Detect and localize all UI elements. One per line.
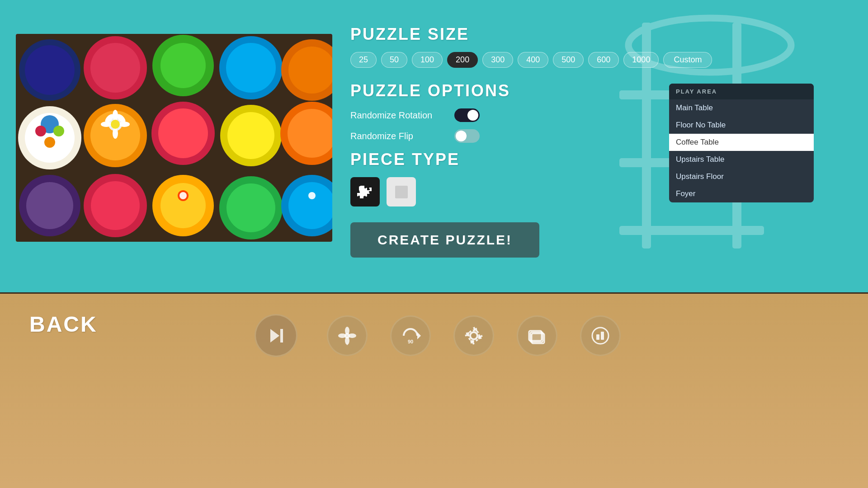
svg-text:90: 90 xyxy=(407,339,413,344)
svg-text:↕: ↕ xyxy=(346,341,348,346)
svg-point-39 xyxy=(226,183,275,232)
svg-point-44 xyxy=(113,128,118,139)
size-btn-100[interactable]: 100 xyxy=(412,52,443,68)
puzzle-preview-image xyxy=(16,34,332,242)
flower-rotate-button[interactable]: ↕ xyxy=(327,315,368,356)
svg-marker-61 xyxy=(417,332,421,339)
randomize-flip-toggle[interactable] xyxy=(454,129,480,143)
svg-rect-67 xyxy=(530,332,543,342)
svg-marker-53 xyxy=(270,329,279,343)
svg-rect-69 xyxy=(596,334,599,340)
randomize-rotation-label: Randomize Rotation xyxy=(350,110,454,121)
settings-button[interactable] xyxy=(453,315,494,356)
svg-rect-54 xyxy=(280,329,283,343)
svg-point-14 xyxy=(226,43,276,93)
size-btn-custom[interactable]: Custom xyxy=(663,52,712,68)
puzzle-size-title: PUZZLE SIZE xyxy=(350,25,848,44)
palette-button[interactable] xyxy=(517,315,557,356)
rotate-90-button[interactable]: 90 xyxy=(390,315,431,356)
svg-point-51 xyxy=(308,192,316,199)
svg-point-20 xyxy=(35,126,46,136)
svg-point-28 xyxy=(227,112,274,159)
svg-point-59 xyxy=(344,333,350,338)
svg-rect-52 xyxy=(395,186,408,198)
play-area-item-upstairs-table[interactable]: Upstairs Table xyxy=(669,151,814,168)
svg-point-12 xyxy=(160,43,206,88)
size-btn-400[interactable]: 400 xyxy=(518,52,548,68)
svg-point-68 xyxy=(592,328,609,344)
play-area-item-upstairs-floor[interactable]: Upstairs Floor xyxy=(669,168,814,185)
piece-btn-puzzle[interactable] xyxy=(350,177,380,206)
size-buttons-container: 25 50 100 200 300 400 500 600 1000 Custo… xyxy=(350,52,848,68)
size-btn-300[interactable]: 300 xyxy=(482,52,513,68)
svg-point-32 xyxy=(26,182,73,229)
piece-btn-square[interactable] xyxy=(387,177,416,206)
svg-point-49 xyxy=(111,120,120,129)
size-btn-500[interactable]: 500 xyxy=(553,52,584,68)
svg-point-34 xyxy=(91,181,140,230)
play-area-item-floor-no-table[interactable]: Floor No Table xyxy=(669,117,814,134)
randomize-rotation-toggle[interactable] xyxy=(454,108,480,122)
play-area-item-coffee-table[interactable]: Coffee Table xyxy=(669,134,814,151)
bottom-icons-row: ↕ 90 xyxy=(0,314,868,357)
svg-rect-70 xyxy=(601,332,604,340)
randomize-flip-label: Randomize Flip xyxy=(350,131,454,141)
svg-point-21 xyxy=(53,126,64,136)
size-btn-600[interactable]: 600 xyxy=(588,52,619,68)
play-skip-button[interactable] xyxy=(255,314,297,357)
svg-point-63 xyxy=(470,332,477,339)
svg-point-26 xyxy=(158,108,208,158)
size-btn-1000[interactable]: 1000 xyxy=(623,52,659,68)
size-btn-25[interactable]: 25 xyxy=(350,52,377,68)
svg-point-50 xyxy=(179,192,187,199)
create-puzzle-button[interactable]: CREATE PUZZLE! xyxy=(350,222,539,258)
play-area-item-foyer[interactable]: Foyer xyxy=(669,185,814,202)
svg-point-36 xyxy=(160,183,206,228)
size-btn-50[interactable]: 50 xyxy=(381,52,407,68)
bottom-bar: BACK ↕ 90 xyxy=(0,294,868,488)
stats-button[interactable] xyxy=(580,315,621,356)
play-area-panel: PLAY AREA Main Table Floor No Table Coff… xyxy=(669,84,814,202)
size-btn-200[interactable]: 200 xyxy=(447,52,478,68)
svg-point-8 xyxy=(25,45,75,95)
play-area-item-main-table[interactable]: Main Table xyxy=(669,99,814,117)
svg-point-22 xyxy=(44,137,55,148)
play-area-header: PLAY AREA xyxy=(669,84,814,99)
svg-point-10 xyxy=(90,43,140,93)
